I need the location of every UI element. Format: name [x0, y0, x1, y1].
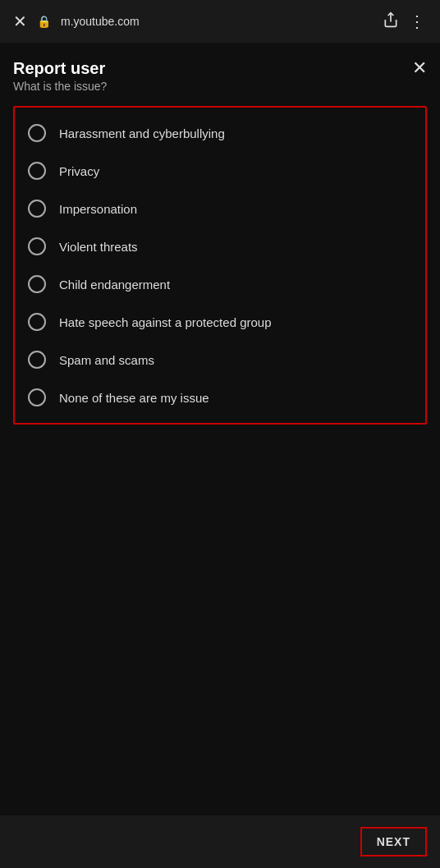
- radio-harassment[interactable]: [28, 124, 46, 142]
- browser-lock-icon: 🔒: [37, 15, 51, 28]
- radio-privacy[interactable]: [28, 162, 46, 180]
- option-impersonation-label: Impersonation: [59, 202, 137, 216]
- header-text: Report user What is the issue?: [13, 59, 107, 93]
- next-button[interactable]: NEXT: [360, 827, 427, 857]
- browser-close-icon[interactable]: ✕: [13, 11, 27, 31]
- radio-impersonation[interactable]: [28, 200, 46, 218]
- header-row: Report user What is the issue? ✕: [13, 59, 427, 93]
- radio-child[interactable]: [28, 275, 46, 293]
- bottom-bar: NEXT: [0, 815, 440, 868]
- option-spam-label: Spam and scams: [59, 353, 154, 367]
- option-hate[interactable]: Hate speech against a protected group: [15, 303, 425, 341]
- page-content: Report user What is the issue? ✕ Harassm…: [0, 43, 440, 815]
- browser-bar: ✕ 🔒 m.youtube.com ⋮: [0, 0, 440, 43]
- page-title: Report user: [13, 59, 107, 78]
- spacer: [13, 425, 427, 815]
- options-list: Harassment and cyberbullying Privacy Imp…: [13, 106, 427, 425]
- radio-none[interactable]: [28, 388, 46, 406]
- browser-url: m.youtube.com: [61, 15, 373, 28]
- option-harassment-label: Harassment and cyberbullying: [59, 126, 225, 140]
- browser-more-icon[interactable]: ⋮: [409, 11, 427, 31]
- option-privacy[interactable]: Privacy: [15, 152, 425, 190]
- option-none-label: None of these are my issue: [59, 391, 209, 405]
- radio-hate[interactable]: [28, 313, 46, 331]
- option-harassment[interactable]: Harassment and cyberbullying: [15, 114, 425, 152]
- option-violent[interactable]: Violent threats: [15, 227, 425, 265]
- option-hate-label: Hate speech against a protected group: [59, 315, 272, 329]
- radio-violent[interactable]: [28, 237, 46, 255]
- browser-share-icon[interactable]: [383, 11, 399, 32]
- option-violent-label: Violent threats: [59, 240, 138, 254]
- option-child[interactable]: Child endangerment: [15, 265, 425, 303]
- option-none[interactable]: None of these are my issue: [15, 379, 425, 416]
- option-spam[interactable]: Spam and scams: [15, 341, 425, 379]
- option-privacy-label: Privacy: [59, 164, 99, 178]
- radio-spam[interactable]: [28, 351, 46, 369]
- option-impersonation[interactable]: Impersonation: [15, 190, 425, 227]
- option-child-label: Child endangerment: [59, 278, 170, 292]
- dialog-close-icon[interactable]: ✕: [412, 57, 427, 79]
- page-subtitle: What is the issue?: [13, 80, 107, 93]
